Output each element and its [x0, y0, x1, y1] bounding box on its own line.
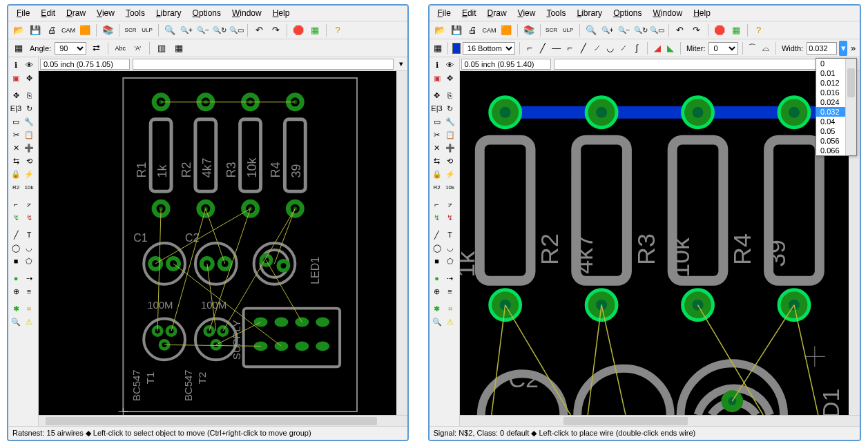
script-icon[interactable]: SCR	[544, 23, 559, 38]
menu-file[interactable]: File	[432, 7, 456, 19]
bend-6-icon[interactable]: ◡	[604, 41, 615, 56]
scrollbar-horizontal[interactable]	[460, 415, 860, 426]
show-icon[interactable]: 👁	[444, 59, 456, 71]
menu-file[interactable]: File	[11, 7, 35, 19]
text-icon[interactable]: T	[444, 229, 456, 241]
panel1-icon[interactable]: ▥	[154, 41, 169, 56]
change-icon[interactable]: 🔧	[444, 115, 456, 128]
show-icon[interactable]: 👁	[23, 59, 35, 71]
attr-icon[interactable]: ≡	[23, 285, 35, 298]
erc-icon[interactable]: 🔍	[431, 316, 443, 328]
mirror-icon[interactable]: ⇄	[88, 41, 104, 56]
mirror-tool-icon[interactable]: E|3	[10, 102, 22, 115]
library-icon[interactable]: 📚	[100, 23, 115, 38]
bend-3-icon[interactable]: ⌐	[564, 41, 575, 56]
hole-icon[interactable]: ⊕	[10, 285, 22, 298]
miter-straight-icon[interactable]: ◣	[665, 41, 676, 56]
rect-icon[interactable]: ■	[431, 255, 443, 267]
arc-icon[interactable]: ◡	[444, 242, 456, 254]
miter-icon[interactable]: ⦢	[444, 198, 456, 211]
print-icon[interactable]: 🖨	[465, 23, 481, 38]
smash-icon[interactable]: ⚡	[23, 168, 35, 180]
width-option[interactable]: 0.05	[816, 126, 845, 136]
add-icon[interactable]: ➕	[444, 142, 456, 154]
menu-tools[interactable]: Tools	[541, 7, 571, 19]
zoom-out-icon[interactable]: 🔍−	[617, 23, 632, 38]
scrollbar-horizontal[interactable]	[39, 415, 407, 426]
stop-icon[interactable]: 🛑	[291, 23, 306, 38]
signal-icon[interactable]: ⇢	[444, 272, 456, 284]
value-tool-icon[interactable]: 10k	[444, 181, 456, 193]
bend-5-icon[interactable]: ⟋	[591, 41, 602, 56]
cam-icon[interactable]: CAM	[61, 23, 76, 38]
menu-library[interactable]: Library	[151, 7, 187, 19]
undo-icon[interactable]: ↶	[673, 23, 688, 38]
pinswap-icon[interactable]: ⇆	[431, 155, 443, 167]
move-icon[interactable]: ✥	[431, 89, 443, 101]
cut-icon[interactable]: ✂	[431, 128, 443, 141]
ratsnest-icon[interactable]: ✱	[10, 302, 22, 315]
route-icon[interactable]: ↯	[10, 211, 22, 224]
info-icon[interactable]: ℹ	[431, 59, 443, 71]
arc-icon[interactable]: ◡	[23, 242, 35, 254]
save-icon[interactable]: 💾	[449, 23, 464, 38]
pinswap-icon[interactable]: ⇆	[10, 155, 22, 167]
poly-icon[interactable]: ⬠	[444, 255, 456, 267]
add-icon[interactable]: ➕	[23, 142, 35, 154]
wire-icon[interactable]: ╱	[10, 229, 22, 241]
menu-options[interactable]: Options	[187, 7, 226, 19]
replace-icon[interactable]: ⟲	[444, 155, 456, 167]
board-canvas[interactable]: R1 1k R2 4k7 R3 10k R4 39	[39, 71, 407, 415]
mark-icon[interactable]: ✥	[444, 72, 456, 84]
library-icon[interactable]: 📚	[521, 23, 537, 38]
display-icon[interactable]: ▣	[431, 72, 443, 84]
stop-icon[interactable]: 🛑	[712, 23, 727, 38]
rotate-icon[interactable]: ↻	[444, 102, 456, 115]
bend-7-icon[interactable]: ⟋	[618, 41, 629, 56]
board-icon[interactable]: 🟧	[499, 23, 514, 38]
width-option[interactable]: 0.016	[816, 88, 845, 97]
copy-icon[interactable]: ⎘	[23, 89, 35, 101]
paste-icon[interactable]: 📋	[444, 128, 456, 141]
ulp-icon[interactable]: ULP	[561, 23, 576, 38]
overflow-icon[interactable]: »	[849, 41, 857, 56]
layer-swatch[interactable]	[452, 43, 461, 54]
menu-options[interactable]: Options	[608, 7, 647, 19]
miter-icon[interactable]: ⦢	[23, 198, 35, 211]
width-option[interactable]: 0.012	[816, 78, 845, 88]
open-icon[interactable]: 📂	[432, 23, 447, 38]
split-icon[interactable]: ⌐	[10, 198, 22, 211]
smash-icon[interactable]: ⚡	[444, 168, 456, 180]
width-option[interactable]: 0.066	[816, 146, 845, 155]
menu-view[interactable]: View	[512, 7, 541, 19]
angle-combo[interactable]: 90	[55, 42, 86, 55]
scrollbar-vertical[interactable]	[396, 71, 407, 415]
paste-icon[interactable]: 📋	[23, 128, 35, 141]
ulp-icon[interactable]: ULP	[139, 23, 155, 38]
menu-edit[interactable]: Edit	[35, 7, 61, 19]
width-option[interactable]: 0.032	[816, 107, 845, 117]
auto-icon[interactable]: ⌗	[23, 302, 35, 315]
bend-4-icon[interactable]: ╱	[577, 41, 588, 56]
ripup-icon[interactable]: ↯	[444, 211, 456, 224]
lock-icon[interactable]: 🔒	[10, 168, 22, 180]
width-option[interactable]: 0.024	[816, 97, 845, 107]
mark-icon[interactable]: ✥	[23, 72, 35, 84]
command-input[interactable]	[557, 60, 842, 68]
board-canvas[interactable]: 1k R2 4k7 R3 10k R4 39	[460, 71, 860, 415]
redo-icon[interactable]: ↷	[268, 23, 283, 38]
layer-combo[interactable]: 16 Bottom	[463, 42, 515, 55]
width-dropdown-button[interactable]: ▾	[839, 41, 847, 56]
zoom-in-icon[interactable]: 🔍+	[179, 23, 194, 38]
miter-combo[interactable]: 0	[708, 42, 737, 55]
menu-help[interactable]: Help	[267, 7, 296, 19]
ratsnest-icon[interactable]: ✱	[431, 302, 443, 315]
split-icon[interactable]: ⌐	[431, 198, 443, 211]
save-icon[interactable]: 💾	[28, 23, 43, 38]
mirror-tool-icon[interactable]: E|3	[431, 102, 443, 115]
script-icon[interactable]: SCR	[123, 23, 138, 38]
menu-draw[interactable]: Draw	[61, 7, 91, 19]
value-tool-icon[interactable]: 10k	[23, 181, 35, 193]
change-icon[interactable]: 🔧	[23, 115, 35, 128]
delete-icon[interactable]: ✕	[431, 142, 443, 154]
